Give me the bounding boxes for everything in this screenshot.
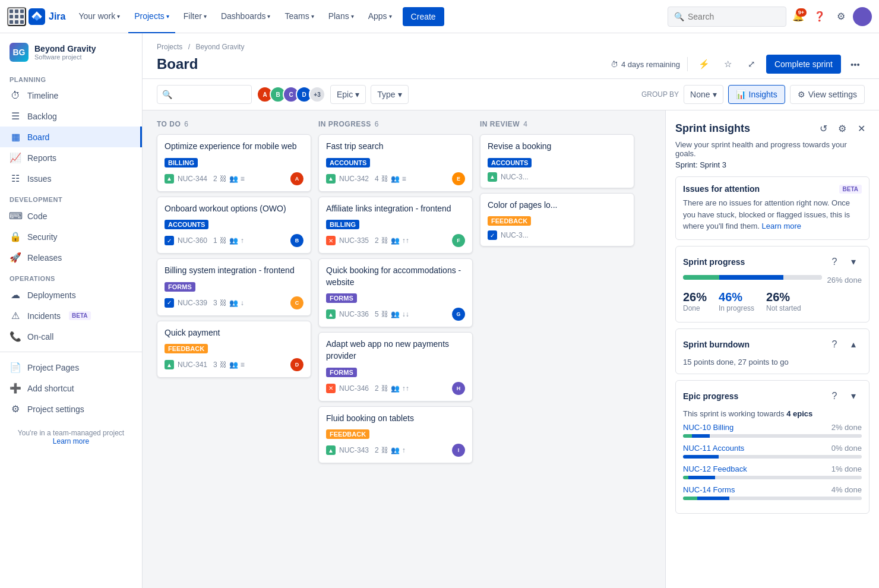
sidebar-item-oncall[interactable]: 📞 On-call [0, 326, 142, 347]
learn-more-link[interactable]: Learn more [43, 428, 99, 455]
group-by-label: GROUP BY [641, 90, 679, 99]
more-options-button[interactable]: ••• [846, 55, 865, 74]
epic-accounts-link[interactable]: NUC-11 Accounts [683, 444, 744, 453]
lightning-button[interactable]: ⚡ [695, 55, 714, 74]
epic-forms-link[interactable]: NUC-14 Forms [683, 485, 735, 494]
issues-attention-header: Issues for attention BETA [683, 184, 862, 194]
epic-help[interactable]: ? [826, 388, 843, 404]
learn-more-link[interactable]: Learn more [762, 222, 801, 230]
board-search-input[interactable] [176, 90, 246, 99]
card-nuc-346[interactable]: Adapt web app no new payments provider F… [318, 332, 473, 401]
sidebar-item-backlog[interactable]: ☰ Backlog [0, 106, 142, 127]
breadcrumb-projects-link[interactable]: Projects [157, 43, 182, 51]
panel-close-button[interactable]: ✕ [853, 120, 869, 137]
card-footer: ✓ NUC-3... [488, 230, 627, 240]
nav-plans[interactable]: Plans ▾ [322, 0, 360, 33]
create-button[interactable]: Create [403, 7, 444, 26]
epic-collapse[interactable]: ▾ [845, 388, 862, 404]
column-inprogress-header: IN PROGRESS 6 [318, 120, 473, 128]
notification-badge: 9+ [796, 8, 807, 17]
card-id: NUC-341 [178, 361, 207, 369]
bug-icon: ✕ [326, 384, 336, 393]
sidebar-item-timeline[interactable]: ⏱ Timeline [0, 86, 142, 106]
sidebar-item-issues[interactable]: ☷ Issues [0, 168, 142, 189]
view-settings-button[interactable]: ⚙ View settings [790, 85, 865, 104]
card-nuc-343[interactable]: Fluid booking on tablets FEEDBACK ▲ NUC-… [318, 406, 473, 464]
type-filter-button[interactable]: Type ▾ [371, 85, 408, 104]
epic-filter-button[interactable]: Epic ▾ [330, 85, 366, 104]
issues-icon: ☷ [10, 173, 21, 184]
sidebar-item-code[interactable]: ⌨ Code [0, 206, 142, 226]
star-button[interactable]: ☆ [719, 55, 738, 74]
epic-billing-link[interactable]: NUC-10 Billing [683, 423, 733, 432]
group-by-none-button[interactable]: None ▾ [684, 85, 723, 104]
card-nuc-339[interactable]: Billing system integration - frontend FO… [157, 258, 311, 316]
search-box[interactable]: 🔍 [668, 7, 786, 27]
priority-icon: ≡ [241, 175, 245, 183]
epic-feedback-link[interactable]: NUC-12 Feedback [683, 464, 747, 473]
panel-header: Sprint insights ↺ ⚙ ✕ [675, 120, 869, 137]
backlog-icon: ☰ [10, 110, 21, 122]
sidebar-item-reports[interactable]: 📈 Reports [0, 147, 142, 168]
sidebar-item-add-shortcut[interactable]: ➕ Add shortcut [0, 378, 142, 399]
jira-logo[interactable]: Jira [29, 8, 65, 25]
help-button[interactable]: ❓ [810, 7, 829, 26]
subtask-icon: ⛓ [220, 361, 227, 369]
card-tag-accounts: ACCOUNTS [488, 158, 532, 167]
nav-filter[interactable]: Filter ▾ [178, 0, 213, 33]
board-header: Projects / Beyond Gravity Board ⏱ 4 days… [143, 33, 879, 79]
card-tag-feedback: FEEDBACK [488, 216, 531, 226]
card-nuc-335[interactable]: Affiliate links integration - frontend B… [318, 197, 473, 254]
stat-done-value: 26% [683, 290, 707, 304]
app-switcher-button[interactable] [7, 7, 26, 26]
card-nuc-341[interactable]: Quick payment FEEDBACK ▲ NUC-341 3 ⛓ 👥 ≡ [157, 321, 311, 378]
card-nuc-344[interactable]: Optimize experience for mobile web BILLI… [157, 134, 311, 192]
nav-dashboards[interactable]: Dashboards ▾ [215, 0, 277, 33]
epic-working-text: This sprint is working towards 4 epics [683, 409, 862, 418]
panel-sprint: Sprint: Sprint 3 [675, 160, 869, 169]
breadcrumb-project-link[interactable]: Beyond Gravity [195, 43, 244, 51]
fullscreen-button[interactable]: ⤢ [742, 55, 761, 74]
sidebar-item-releases[interactable]: 🚀 Releases [0, 247, 142, 268]
card-revise-booking[interactable]: Revise a booking ACCOUNTS ▲ NUC-3... [480, 134, 634, 188]
insights-button[interactable]: 📊 Insights [728, 85, 785, 104]
stat-notstart: 26% Not started [766, 290, 801, 312]
settings-button[interactable]: ⚙ [831, 7, 850, 26]
panel-refresh-button[interactable]: ↺ [815, 120, 831, 137]
notifications-button[interactable]: 🔔 9+ [789, 7, 808, 26]
nav-projects[interactable]: Projects ▾ [128, 0, 175, 33]
child-icon: 👥 [391, 236, 400, 245]
nav-apps[interactable]: Apps ▾ [362, 0, 398, 33]
story-icon: ▲ [326, 174, 336, 184]
more-avatars-button[interactable]: +3 [309, 86, 325, 103]
panel-settings-button[interactable]: ⚙ [834, 120, 850, 137]
card-title: Fluid booking on tablets [326, 413, 465, 425]
sidebar-item-project-settings[interactable]: ⚙ Project settings [0, 399, 142, 419]
card-color-pages[interactable]: Color of pages lo... FEEDBACK ✓ NUC-3... [480, 193, 634, 247]
sidebar-item-incidents[interactable]: ⚠ Incidents BETA [0, 305, 142, 326]
lightning-icon: ⚡ [698, 59, 710, 69]
burndown-collapse[interactable]: ▴ [845, 336, 862, 353]
sidebar-item-deployments[interactable]: ☁ Deployments [0, 284, 142, 305]
sprint-progress-help[interactable]: ? [826, 254, 843, 270]
burndown-help[interactable]: ? [826, 336, 843, 353]
card-nuc-336[interactable]: Quick booking for accommodations - websi… [318, 258, 473, 327]
chevron-down-icon: ▾ [351, 13, 354, 20]
sprint-progress-collapse[interactable]: ▾ [845, 254, 862, 270]
task-icon: ✓ [165, 236, 174, 245]
card-meta: 1 ⛓ 👥 ↑ [213, 236, 244, 245]
nav-your-work[interactable]: Your work ▾ [72, 0, 126, 33]
avatar-stack: A B C D +3 [257, 86, 325, 103]
project-info: Beyond Gravity Software project [34, 44, 132, 61]
card-nuc-342[interactable]: Fast trip search ACCOUNTS ▲ NUC-342 4 ⛓ … [318, 134, 473, 192]
card-avatar: H [452, 382, 465, 395]
user-avatar-button[interactable] [853, 7, 872, 26]
card-nuc-360[interactable]: Onboard workout options (OWO) ACCOUNTS ✓… [157, 197, 311, 254]
sidebar-item-board[interactable]: ▦ Board [0, 127, 142, 147]
complete-sprint-button[interactable]: Complete sprint [766, 55, 841, 74]
sidebar-item-project-pages[interactable]: 📄 Project Pages [0, 357, 142, 378]
sidebar-item-security[interactable]: 🔒 Security [0, 226, 142, 247]
nav-teams[interactable]: Teams ▾ [279, 0, 320, 33]
search-input[interactable] [688, 12, 780, 21]
board-search-box[interactable]: 🔍 [157, 85, 252, 104]
